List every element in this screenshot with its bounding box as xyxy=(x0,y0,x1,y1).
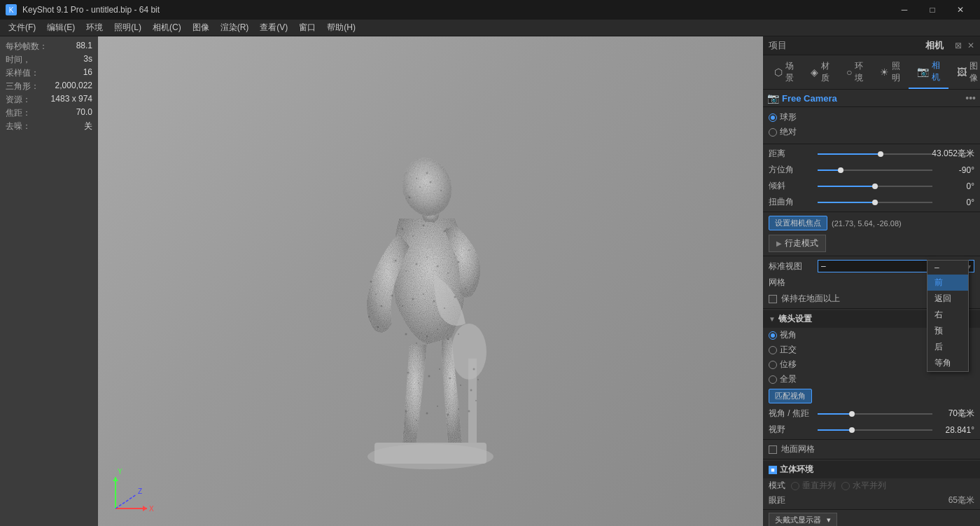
twist-label: 扭曲角 xyxy=(769,196,818,208)
svg-point-28 xyxy=(423,293,424,295)
stat-time: 时间， 3s xyxy=(6,54,92,66)
fov-angle-slider[interactable] xyxy=(818,429,932,431)
menu-item-r[interactable]: 渲染(R) xyxy=(215,20,255,35)
headset-button[interactable]: 头戴式显示器 ▾ xyxy=(769,513,837,526)
dropdown-option-front[interactable]: 前 xyxy=(927,275,968,291)
lens-panoramic-radio[interactable] xyxy=(769,375,777,384)
menu-item-[interactable]: 图像 xyxy=(187,20,215,35)
dropdown-option-pre[interactable]: 预 xyxy=(927,323,968,339)
header-btn-right[interactable]: ✕ xyxy=(967,41,974,50)
stats-panel: 每秒帧数： 88.1 时间， 3s 采样值： 16 三角形： 2,000,022… xyxy=(0,36,98,526)
stereo-section-header[interactable]: ■ 立体环境 xyxy=(763,461,980,478)
svg-point-54 xyxy=(368,316,370,317)
dropdown-option-iso[interactable]: 等角 xyxy=(927,355,968,371)
lens-orthographic-label: 正交 xyxy=(780,344,797,356)
tab-material[interactable]: ◈材质 xyxy=(802,55,838,89)
tab-image[interactable]: 🖼图像 xyxy=(948,55,980,89)
menu-item-l[interactable]: 照明(L) xyxy=(108,20,147,35)
azimuth-value: -90° xyxy=(932,165,974,175)
fov-angle-row: 视野 28.841° xyxy=(763,422,980,438)
match-view-button[interactable]: 匹配视角 xyxy=(769,389,812,403)
stereo-mode-row: 模式 垂直并列 水平并列 xyxy=(763,478,980,493)
lens-orthographic-radio[interactable] xyxy=(769,346,777,354)
titlebar-left: K KeyShot 9.1 Pro - untitled.bip - 64 bi… xyxy=(6,4,160,15)
svg-rect-1 xyxy=(374,443,486,464)
headset-label: 头戴式显示器 xyxy=(775,515,821,525)
keep-above-ground-checkbox[interactable] xyxy=(769,295,777,303)
walk-mode-button[interactable]: ▶ 行走模式 xyxy=(769,235,826,252)
eye-distance-value: 65毫米 xyxy=(791,494,974,506)
divider-1 xyxy=(763,144,980,144)
mode-absolute-radio[interactable] xyxy=(769,128,777,137)
distance-label: 距离 xyxy=(769,148,818,160)
fov-slider[interactable] xyxy=(818,413,932,415)
azimuth-slider[interactable] xyxy=(818,169,932,171)
stereo-section-checkbox[interactable]: ■ xyxy=(769,466,777,474)
svg-point-40 xyxy=(418,382,419,384)
dropdown-option-right[interactable]: 右 xyxy=(927,307,968,323)
headset-arrow-icon: ▾ xyxy=(827,515,831,525)
svg-point-18 xyxy=(405,270,407,272)
tab-environment[interactable]: ○环境 xyxy=(838,55,872,89)
dropdown-option-back[interactable]: 返回 xyxy=(927,291,968,307)
statue-render xyxy=(318,78,542,485)
header-btn-left[interactable]: ⊠ xyxy=(955,41,962,50)
tab-lighting[interactable]: ☀照明 xyxy=(872,55,909,89)
tilt-slider[interactable] xyxy=(818,186,932,187)
svg-point-32 xyxy=(465,288,466,289)
tab-scene[interactable]: ⬡场景 xyxy=(766,55,802,89)
tilt-label: 倾斜 xyxy=(769,180,818,192)
distance-slider[interactable] xyxy=(818,153,932,155)
ground-grid-checkbox[interactable] xyxy=(769,445,777,454)
lens-collapse-icon: ▼ xyxy=(769,315,776,323)
svg-point-59 xyxy=(475,400,477,401)
lens-perspective-radio[interactable] xyxy=(769,331,777,340)
menu-item-e[interactable]: 编辑(E) xyxy=(41,20,80,35)
restore-button[interactable]: □ xyxy=(918,0,946,20)
lens-shift-radio[interactable] xyxy=(769,361,777,369)
minimize-button[interactable]: ─ xyxy=(890,0,918,20)
camera-properties-scroll[interactable]: 球形 绝对 距离 43.052毫米 xyxy=(763,107,980,526)
menu-item-[interactable]: 环境 xyxy=(80,20,108,35)
divider-6 xyxy=(763,459,980,459)
distance-row: 距离 43.052毫米 xyxy=(763,146,980,162)
close-button[interactable]: ✕ xyxy=(946,0,974,20)
dropdown-option-hou[interactable]: 后 xyxy=(927,339,968,355)
menu-item-f[interactable]: 文件(F) xyxy=(3,20,41,35)
azimuth-label: 方位角 xyxy=(769,164,818,176)
dropdown-option-dash[interactable]: – xyxy=(927,261,968,275)
menu-item-c[interactable]: 相机(C) xyxy=(147,20,187,35)
camera-options-button[interactable]: ••• xyxy=(965,92,976,104)
svg-point-56 xyxy=(473,368,475,370)
svg-point-10 xyxy=(416,178,417,179)
svg-point-39 xyxy=(407,371,410,373)
camera-name: Free Camera xyxy=(782,93,962,104)
set-focus-button[interactable]: 设置相机焦点 xyxy=(769,216,827,230)
svg-point-50 xyxy=(458,408,459,410)
svg-point-31 xyxy=(454,296,456,298)
svg-point-13 xyxy=(423,224,425,226)
stat-focal: 焦距： 70.0 xyxy=(6,107,92,119)
ground-grid-label: 地面网格 xyxy=(781,443,815,455)
walk-mode-label: 行走模式 xyxy=(785,237,818,249)
svg-point-22 xyxy=(447,272,449,274)
viewport[interactable]: X Y Z xyxy=(98,36,763,526)
mode-spherical-radio[interactable] xyxy=(769,113,777,122)
material-icon: ◈ xyxy=(811,67,818,78)
svg-point-5 xyxy=(409,196,411,198)
svg-point-36 xyxy=(437,328,438,330)
tilt-row: 倾斜 0° xyxy=(763,178,980,194)
svg-point-53 xyxy=(381,305,383,307)
twist-slider[interactable] xyxy=(818,202,932,203)
tab-camera[interactable]: 📷相机 xyxy=(909,55,948,89)
svg-point-15 xyxy=(444,230,446,232)
menu-item-v[interactable]: 查看(V) xyxy=(254,20,293,35)
stat-source: 资源： 1483 x 974 xyxy=(6,94,92,106)
svg-point-23 xyxy=(458,261,460,263)
svg-point-25 xyxy=(391,294,393,296)
svg-text:X: X xyxy=(149,505,154,513)
svg-point-3 xyxy=(396,152,458,221)
svg-point-24 xyxy=(468,249,470,251)
menu-item-h[interactable]: 帮助(H) xyxy=(321,20,361,35)
menu-item-[interactable]: 窗口 xyxy=(293,20,321,35)
